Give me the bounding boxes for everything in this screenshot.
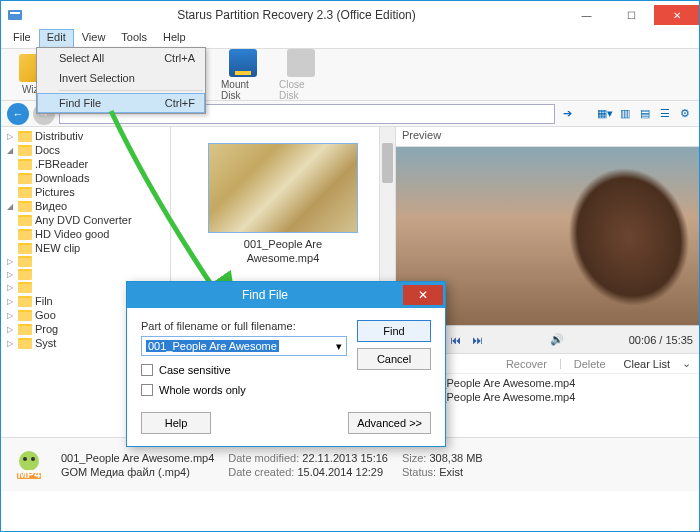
titlebar: Starus Partition Recovery 2.3 (Office Ed… [1, 1, 699, 29]
window-title: Starus Partition Recovery 2.3 (Office Ed… [29, 8, 564, 22]
filename-prompt: Part of filename or full filename: [141, 320, 347, 332]
find-file-dialog: Find File ✕ Part of filename or full fil… [126, 281, 446, 447]
size-value: 308,38 MB [429, 452, 482, 464]
tree-node[interactable]: Downloads [5, 171, 170, 185]
thumbnail-image [208, 143, 358, 233]
menu-select-all[interactable]: Select All Ctrl+A [37, 48, 205, 68]
advanced-button[interactable]: Advanced >> [348, 412, 431, 434]
filetype-icon: MP4 [11, 447, 47, 483]
svg-text:MP4: MP4 [18, 468, 42, 480]
status-label: Status: [402, 466, 436, 478]
menu-find-label: Find File [59, 97, 101, 109]
dialog-titlebar[interactable]: Find File ✕ [127, 282, 445, 308]
svg-rect-1 [10, 12, 20, 14]
menu-select-all-label: Select All [59, 52, 104, 64]
find-button[interactable]: Find [357, 320, 431, 342]
tree-node[interactable]: Any DVD Converter [5, 213, 170, 227]
dialog-close-button[interactable]: ✕ [403, 285, 443, 305]
menu-help[interactable]: Help [155, 29, 194, 48]
mount-disk-label: Mount Disk [221, 79, 265, 101]
status-filetype: GOM Медиа файл (.mp4) [61, 466, 214, 478]
file-name: 001_People Are Awesome.mp4 [208, 237, 358, 266]
preview-toggle-button[interactable]: ▥ [617, 106, 633, 122]
tree-node[interactable]: NEW сlip [5, 241, 170, 255]
recover-button[interactable]: Recover [500, 357, 553, 371]
filename-input[interactable]: 001_People Are Awesome ▾ [141, 336, 347, 356]
created-label: Date created: [228, 466, 294, 478]
tree-node[interactable]: Pictures [5, 185, 170, 199]
menu-file[interactable]: File [5, 29, 39, 48]
menu-view[interactable]: View [74, 29, 114, 48]
clear-list-button[interactable]: Clear List [618, 357, 676, 371]
app-icon [7, 7, 23, 23]
menu-invert-selection[interactable]: Invert Selection [37, 68, 205, 88]
next-button[interactable]: ⏭ [468, 331, 486, 349]
svg-point-3 [23, 457, 27, 461]
case-label: Case sensitive [159, 364, 231, 376]
tree-node[interactable]: ▷Distributiv [5, 129, 170, 143]
svg-point-4 [31, 457, 35, 461]
close-button[interactable]: ✕ [654, 5, 699, 25]
volume-button[interactable]: 🔊 [548, 331, 566, 349]
maximize-button[interactable]: ☐ [609, 5, 654, 25]
menu-select-all-shortcut: Ctrl+A [164, 52, 195, 64]
status-filename: 001_People Are Awesome.mp4 [61, 452, 214, 464]
edit-dropdown: Select All Ctrl+A Invert Selection Find … [36, 47, 206, 114]
delete-button[interactable]: Delete [568, 357, 612, 371]
tree-node[interactable]: HD Video good [5, 227, 170, 241]
dialog-title: Find File [127, 288, 403, 302]
whole-label: Whole words only [159, 384, 246, 396]
menu-find-file[interactable]: Find File Ctrl+F [37, 93, 205, 113]
tree-node[interactable]: ◢Видео [5, 199, 170, 213]
close-disk-button[interactable]: Close Disk [273, 47, 329, 103]
view-mode-button[interactable]: ▦▾ [597, 106, 613, 122]
file-thumbnail[interactable]: 001_People Are Awesome.mp4 [208, 143, 358, 266]
recovery-item[interactable]: 001_People Are Awesome.mp4 [404, 376, 691, 390]
svg-rect-0 [8, 10, 22, 20]
menu-invert-label: Invert Selection [59, 72, 135, 84]
panel-button-2[interactable]: ☰ [657, 106, 673, 122]
panel-button-1[interactable]: ▤ [637, 106, 653, 122]
case-sensitive-checkbox[interactable]: Case sensitive [141, 364, 347, 376]
menu-separator [59, 90, 203, 91]
size-label: Size: [402, 452, 426, 464]
modified-label: Date modified: [228, 452, 299, 464]
close-disk-label: Close Disk [279, 79, 323, 101]
playback-time: 00:06 / 15:35 [629, 334, 693, 346]
mount-disk-button[interactable]: Mount Disk [215, 47, 271, 103]
menubar: File Edit View Tools Help Select All Ctr… [1, 29, 699, 49]
options-button[interactable]: ⚙ [677, 106, 693, 122]
cancel-button[interactable]: Cancel [357, 348, 431, 370]
tree-node[interactable]: .FBReader [5, 157, 170, 171]
go-button[interactable]: ➔ [559, 106, 575, 122]
collapse-icon[interactable]: ⌄ [682, 357, 691, 371]
tree-node[interactable]: ▷ [5, 268, 170, 281]
preview-header: Preview [396, 127, 699, 147]
modified-value: 22.11.2013 15:16 [302, 452, 388, 464]
recovery-item[interactable]: 001_People Are Awesome.mp4 [404, 390, 691, 404]
created-value: 15.04.2014 12:29 [297, 466, 383, 478]
menu-edit[interactable]: Edit [39, 29, 74, 48]
filename-value: 001_People Are Awesome [146, 340, 279, 352]
dropdown-icon[interactable]: ▾ [336, 340, 342, 353]
menu-find-shortcut: Ctrl+F [165, 97, 195, 109]
whole-words-checkbox[interactable]: Whole words only [141, 384, 347, 396]
status-value: Exist [439, 466, 463, 478]
nav-back-button[interactable]: ← [7, 103, 29, 125]
menu-tools[interactable]: Tools [113, 29, 155, 48]
tree-node[interactable]: ◢Docs [5, 143, 170, 157]
tree-node[interactable]: ▷ [5, 255, 170, 268]
minimize-button[interactable]: — [564, 5, 609, 25]
prev-button[interactable]: ⏮ [446, 331, 464, 349]
help-button[interactable]: Help [141, 412, 211, 434]
